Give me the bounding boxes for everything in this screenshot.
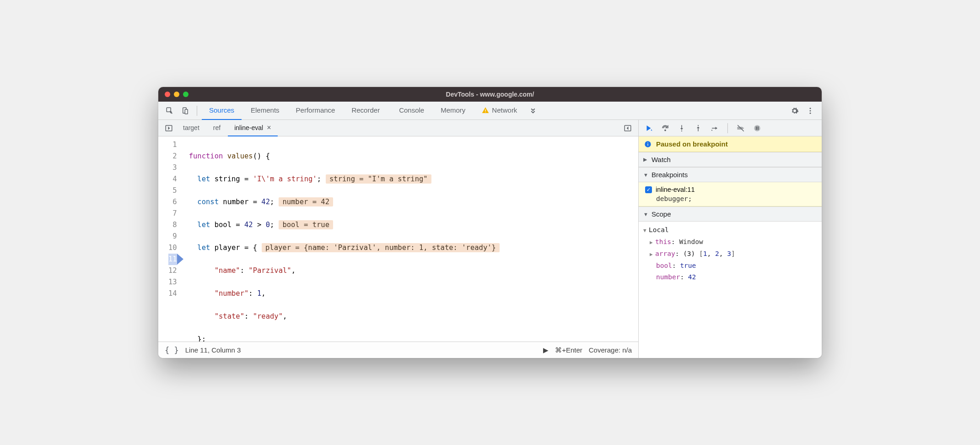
line-number[interactable]: 12	[168, 265, 177, 277]
paused-label: Paused on breakpoint	[656, 140, 728, 148]
pretty-print-icon[interactable]: { }	[165, 346, 179, 355]
tab-network-label: Network	[492, 106, 517, 114]
inline-value-hint: string = "I'm a string"	[326, 174, 431, 184]
file-tab-inline-eval[interactable]: inline-eval ×	[228, 120, 277, 136]
scope-local[interactable]: ▼Local	[643, 224, 817, 236]
watch-section-header[interactable]: ▶ Watch	[639, 152, 822, 167]
code-editor[interactable]: 1 2 3 4 5 6 7 8 9 10 11 12 13 14 functio…	[158, 136, 638, 342]
minimize-window-button[interactable]	[174, 92, 179, 97]
svg-rect-3	[485, 109, 486, 111]
svg-point-14	[754, 125, 760, 131]
window-title: DevTools - www.google.com/	[158, 91, 822, 98]
step-into-icon[interactable]	[675, 121, 688, 135]
svg-rect-2	[185, 109, 188, 114]
divider	[197, 106, 197, 116]
warning-icon	[482, 107, 489, 114]
svg-point-11	[681, 130, 682, 131]
deactivate-breakpoints-icon[interactable]	[734, 121, 747, 135]
step-over-icon[interactable]	[659, 121, 672, 135]
line-number[interactable]: 2	[168, 151, 177, 162]
tab-recorder[interactable]: Recorder	[344, 102, 390, 120]
line-number[interactable]: 3	[168, 162, 177, 174]
breakpoint-item[interactable]: ✓ inline-eval:11 debugger;	[639, 182, 822, 206]
line-number[interactable]: 7	[168, 208, 177, 219]
close-file-icon[interactable]: ×	[267, 124, 271, 132]
breakpoints-label: Breakpoints	[652, 171, 688, 179]
line-number[interactable]: 5	[168, 185, 177, 196]
svg-rect-19	[647, 142, 648, 143]
breakpoint-location: inline-eval:11	[656, 186, 695, 193]
svg-point-10	[665, 130, 666, 130]
watch-label: Watch	[652, 156, 671, 163]
svg-rect-18	[647, 143, 648, 146]
pause-on-exceptions-icon[interactable]	[751, 121, 764, 135]
line-number[interactable]: 14	[168, 288, 177, 299]
line-number[interactable]: 4	[168, 174, 177, 185]
line-gutter: 1 2 3 4 5 6 7 8 9 10 11 12 13 14	[158, 136, 182, 342]
run-shortcut-label: ⌘+Enter	[555, 346, 582, 354]
tab-elements[interactable]: Elements	[243, 102, 287, 120]
step-out-icon[interactable]	[692, 121, 705, 135]
file-tab-label: inline-eval	[234, 124, 263, 131]
file-tab-ref[interactable]: ref	[207, 120, 227, 136]
inline-value-hint: bool = true	[279, 220, 333, 229]
device-toggle-icon[interactable]	[178, 104, 192, 118]
more-tabs-icon[interactable]	[526, 104, 540, 118]
debugger-toolbar	[639, 120, 822, 136]
scope-var-number[interactable]: number: 42	[643, 271, 817, 283]
resume-icon[interactable]	[642, 121, 655, 135]
tab-network[interactable]: Network	[474, 102, 524, 120]
more-file-tabs-icon[interactable]	[621, 121, 635, 135]
svg-point-5	[810, 108, 811, 109]
tab-performance[interactable]: Performance	[289, 102, 343, 120]
file-tabbar: target ref inline-eval ×	[158, 120, 638, 136]
maximize-window-button[interactable]	[183, 92, 188, 97]
window-controls	[165, 92, 188, 97]
code-body[interactable]: function values() { let string = 'I\'m a…	[182, 136, 638, 342]
scope-var-array[interactable]: ▶array: (3) [1, 2, 3]	[643, 248, 817, 260]
breakpoint-code: debugger;	[656, 195, 817, 202]
line-number[interactable]: 9	[168, 231, 177, 242]
scope-var-this[interactable]: ▶this: Window	[643, 236, 817, 248]
titlebar: DevTools - www.google.com/	[158, 87, 822, 102]
scope-body: ▼Local ▶this: Window ▶array: (3) [1, 2, …	[639, 222, 822, 286]
line-number[interactable]: 6	[168, 196, 177, 208]
debugger-pane: Paused on breakpoint ▶ Watch ▼ Breakpoin…	[639, 120, 822, 358]
inspect-element-icon[interactable]	[163, 104, 177, 118]
run-snippet-icon[interactable]: ▶	[543, 346, 549, 354]
close-window-button[interactable]	[165, 92, 170, 97]
svg-point-7	[810, 112, 811, 114]
panel-tabbar: Sources Elements Performance Recorder Co…	[158, 102, 822, 120]
navigator-toggle-icon[interactable]	[162, 121, 176, 135]
expand-icon: ▼	[643, 172, 649, 178]
svg-point-13	[711, 130, 712, 130]
settings-icon[interactable]	[788, 104, 802, 118]
line-number[interactable]: 1	[168, 139, 177, 151]
editor-pane: target ref inline-eval × 1 2 3 4	[158, 120, 639, 358]
line-number[interactable]: 10	[168, 242, 177, 254]
scope-label: Scope	[652, 210, 671, 218]
breakpoints-section-header[interactable]: ▼ Breakpoints	[639, 167, 822, 182]
inline-value-hint: player = {name: 'Parzival', number: 1, s…	[262, 243, 500, 252]
inline-value-hint: number = 42	[279, 197, 333, 206]
tab-console[interactable]: Console	[392, 102, 431, 120]
step-icon[interactable]	[708, 121, 721, 135]
line-number[interactable]: 13	[168, 277, 177, 288]
tab-sources[interactable]: Sources	[202, 102, 242, 120]
info-icon	[644, 141, 652, 148]
scope-section-header[interactable]: ▼ Scope	[639, 206, 822, 222]
kebab-menu-icon[interactable]	[803, 104, 817, 118]
svg-rect-15	[756, 126, 757, 130]
paused-banner: Paused on breakpoint	[639, 136, 822, 152]
breakpoint-checkbox[interactable]: ✓	[645, 186, 652, 193]
execution-pointer-icon	[177, 254, 183, 265]
line-number[interactable]: 8	[168, 219, 177, 231]
svg-point-6	[810, 110, 811, 111]
divider	[727, 123, 728, 133]
line-number-current[interactable]: 11	[168, 254, 177, 265]
tab-memory[interactable]: Memory	[433, 102, 473, 120]
expand-icon: ▼	[643, 212, 649, 217]
file-tab-target[interactable]: target	[177, 120, 206, 136]
collapse-icon: ▶	[643, 157, 649, 163]
scope-var-bool[interactable]: bool: true	[643, 260, 817, 271]
